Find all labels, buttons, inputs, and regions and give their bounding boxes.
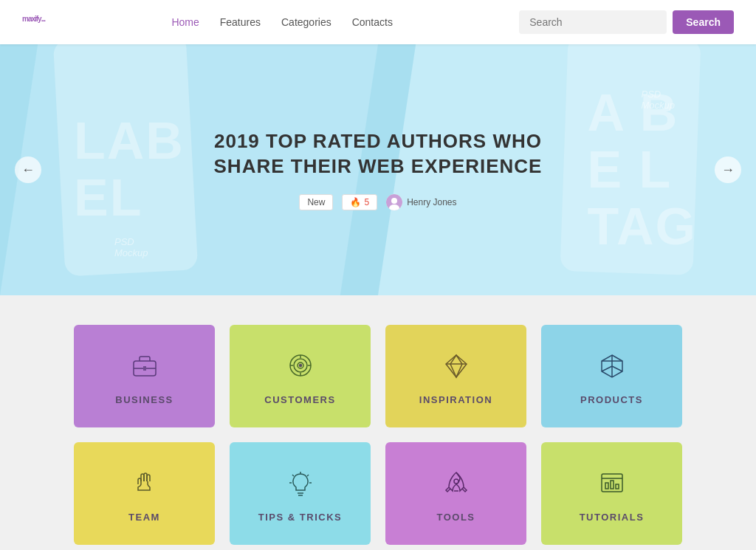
search-input[interactable] xyxy=(519,10,667,34)
nav-home[interactable]: Home xyxy=(171,16,199,28)
category-tools[interactable]: TOOLS xyxy=(385,442,526,545)
badge-new: New xyxy=(299,194,333,210)
hero-overlay-left: LABEL xyxy=(74,113,185,227)
svg-line-25 xyxy=(307,475,309,476)
logo-dots: ... xyxy=(41,15,45,23)
hero-small-left: PSDMockup xyxy=(114,236,148,258)
search-area: Search xyxy=(519,10,734,34)
category-tips-tricks-label: TIPS & TRICKS xyxy=(258,512,342,523)
search-button[interactable]: Search xyxy=(673,10,734,34)
svg-point-26 xyxy=(454,479,458,484)
svg-line-24 xyxy=(292,475,294,476)
category-team-label: TEAM xyxy=(128,512,160,523)
svg-point-1 xyxy=(391,198,397,204)
category-products-label: PRODUCTS xyxy=(580,394,643,405)
nav-features[interactable]: Features xyxy=(220,16,261,28)
hero-meta: New 🔥 5 Henry Jones xyxy=(214,194,543,210)
target-icon xyxy=(282,347,319,384)
hand-icon xyxy=(126,464,163,501)
svg-rect-32 xyxy=(616,484,619,489)
category-customers-label: CUSTOMERS xyxy=(264,394,335,405)
category-inspiration-label: INSPIRATION xyxy=(419,394,492,405)
bulb-icon xyxy=(282,464,319,501)
briefcase-icon xyxy=(126,347,163,384)
author-name: Henry Jones xyxy=(407,197,456,207)
category-tutorials-label: TUTORIALS xyxy=(580,512,645,523)
badge-likes: 🔥 5 xyxy=(342,194,377,210)
category-customers[interactable]: CUSTOMERS xyxy=(230,325,371,427)
hero-next-button[interactable]: → xyxy=(715,157,741,183)
category-tips-tricks[interactable]: TIPS & TRICKS xyxy=(230,442,371,545)
hero-prev-button[interactable]: ← xyxy=(15,157,41,183)
categories-grid: BUSINESS CUSTOMERS xyxy=(74,325,682,545)
svg-marker-11 xyxy=(446,355,467,377)
category-business[interactable]: BUSINESS xyxy=(74,325,215,427)
chart-icon xyxy=(594,464,630,501)
diamond-icon xyxy=(438,347,475,384)
hero-section: LABEL A BE LTAG PSDMockup PSDMockup ← 20… xyxy=(0,44,756,295)
svg-point-10 xyxy=(299,365,301,367)
cube-icon xyxy=(594,347,630,384)
logo-text: maxify xyxy=(22,15,41,23)
category-inspiration[interactable]: INSPIRATION xyxy=(385,325,526,427)
author-info: Henry Jones xyxy=(386,194,456,210)
nav-contacts[interactable]: Contacts xyxy=(352,16,393,28)
svg-rect-30 xyxy=(605,483,608,489)
categories-section: BUSINESS CUSTOMERS xyxy=(0,295,756,550)
header: maxify... Home Features Categories Conta… xyxy=(0,0,756,44)
nav-categories[interactable]: Categories xyxy=(281,16,331,28)
fire-icon: 🔥 xyxy=(350,197,361,207)
category-team[interactable]: TEAM xyxy=(74,442,215,545)
svg-line-18 xyxy=(612,366,622,371)
hero-content: 2019 TOP RATED AUTHORS WHO SHARE THEIR W… xyxy=(214,129,543,210)
hero-title: 2019 TOP RATED AUTHORS WHO SHARE THEIR W… xyxy=(214,129,543,179)
category-tutorials[interactable]: TUTORIALS xyxy=(541,442,682,545)
category-business-label: BUSINESS xyxy=(115,394,173,405)
hero-small-right: PSDMockup xyxy=(641,89,675,111)
logo: maxify... xyxy=(22,13,45,32)
svg-rect-31 xyxy=(611,481,614,489)
rocket-icon xyxy=(438,464,475,501)
category-tools-label: TOOLS xyxy=(436,512,475,523)
svg-line-17 xyxy=(602,366,612,371)
main-nav: Home Features Categories Contacts xyxy=(171,16,393,28)
author-avatar xyxy=(386,194,402,210)
category-products[interactable]: PRODUCTS xyxy=(541,325,682,427)
